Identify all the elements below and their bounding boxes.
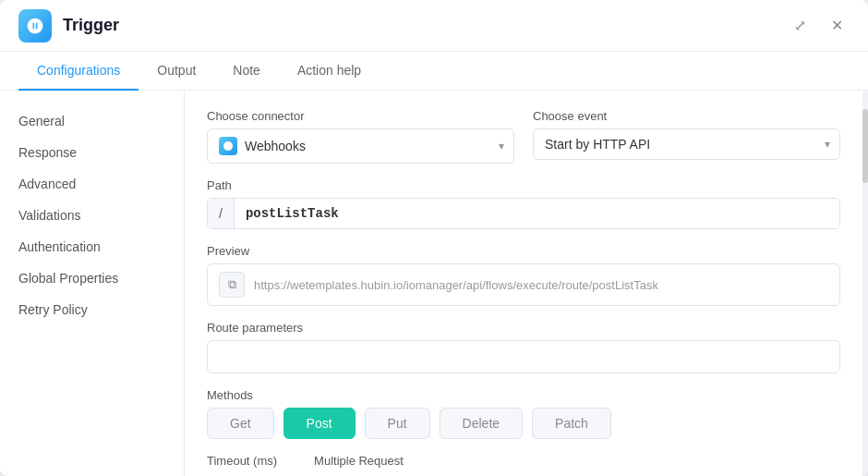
tab-output[interactable]: Output bbox=[139, 52, 214, 91]
method-delete-button[interactable]: Delete bbox=[440, 408, 523, 439]
tabs-bar: Configurations Output Note Action help bbox=[0, 52, 868, 91]
tab-action-help[interactable]: Action help bbox=[279, 52, 380, 91]
event-group: Choose event Start by HTTP API ▾ bbox=[533, 109, 840, 164]
scrollbar-thumb[interactable] bbox=[862, 109, 868, 183]
preview-url: https://wetemplates.hubin.io/iomanager/a… bbox=[254, 278, 658, 292]
bottom-row: Timeout (ms) Multiple Request bbox=[207, 454, 840, 468]
event-select[interactable]: Start by HTTP API ▾ bbox=[533, 128, 840, 160]
scrollbar[interactable] bbox=[862, 91, 868, 476]
method-patch-button[interactable]: Patch bbox=[532, 408, 611, 439]
tab-configurations[interactable]: Configurations bbox=[18, 52, 139, 91]
connector-icon bbox=[219, 137, 237, 155]
event-chevron-icon: ▾ bbox=[825, 138, 830, 151]
connector-value: Webhooks bbox=[245, 139, 306, 153]
method-post-button[interactable]: Post bbox=[283, 408, 356, 439]
connector-chevron-icon: ▾ bbox=[499, 140, 504, 153]
route-params-input[interactable] bbox=[207, 340, 840, 373]
path-group: Path / bbox=[207, 178, 840, 229]
sidebar-item-authentication[interactable]: Authentication bbox=[0, 231, 184, 262]
multiple-request-label: Multiple Request bbox=[314, 454, 404, 468]
main-content: Choose connector Webhooks ▾ Choose event… bbox=[185, 91, 862, 476]
sidebar-item-retry-policy[interactable]: Retry Policy bbox=[0, 294, 184, 325]
route-params-label: Route parameters bbox=[207, 321, 840, 335]
close-button[interactable]: ✕ bbox=[824, 13, 850, 39]
preview-group: Preview ⧉ https://wetemplates.hubin.io/i… bbox=[207, 244, 840, 306]
route-params-group: Route parameters bbox=[207, 321, 840, 373]
method-get-button[interactable]: Get bbox=[207, 408, 274, 439]
methods-label: Methods bbox=[207, 388, 840, 402]
path-label: Path bbox=[207, 178, 840, 192]
connector-label: Choose connector bbox=[207, 109, 514, 123]
connector-event-row: Choose connector Webhooks ▾ Choose event… bbox=[207, 109, 840, 164]
sidebar-item-general[interactable]: General bbox=[0, 105, 184, 137]
body: General Response Advanced Validations Au… bbox=[0, 91, 868, 476]
sidebar-item-validations[interactable]: Validations bbox=[0, 200, 184, 231]
title-actions: ⤢ ✕ bbox=[787, 13, 850, 39]
trigger-window: Trigger ⤢ ✕ Configurations Output Note A… bbox=[0, 0, 868, 476]
methods-group: Methods Get Post Put Delete Patch bbox=[207, 388, 840, 439]
timeout-label: Timeout (ms) bbox=[207, 454, 277, 468]
tab-note[interactable]: Note bbox=[214, 52, 279, 91]
copy-url-button[interactable]: ⧉ bbox=[219, 272, 245, 298]
sidebar: General Response Advanced Validations Au… bbox=[0, 91, 185, 476]
path-slash: / bbox=[208, 199, 235, 228]
event-label: Choose event bbox=[533, 109, 840, 123]
methods-row: Get Post Put Delete Patch bbox=[207, 408, 840, 439]
connector-group: Choose connector Webhooks ▾ bbox=[207, 109, 514, 164]
connector-select[interactable]: Webhooks ▾ bbox=[207, 128, 514, 164]
preview-box: ⧉ https://wetemplates.hubin.io/iomanager… bbox=[207, 263, 840, 306]
path-input-wrapper: / bbox=[207, 198, 840, 229]
title-left: Trigger bbox=[18, 9, 119, 43]
method-put-button[interactable]: Put bbox=[365, 408, 430, 439]
sidebar-item-response[interactable]: Response bbox=[0, 137, 184, 168]
sidebar-item-global-properties[interactable]: Global Properties bbox=[0, 262, 184, 294]
app-icon bbox=[18, 9, 52, 43]
window-title: Trigger bbox=[63, 16, 119, 35]
event-value: Start by HTTP API bbox=[545, 137, 650, 152]
expand-button[interactable]: ⤢ bbox=[787, 13, 813, 39]
title-bar: Trigger ⤢ ✕ bbox=[0, 0, 868, 52]
path-input[interactable] bbox=[235, 199, 839, 228]
sidebar-item-advanced[interactable]: Advanced bbox=[0, 168, 184, 200]
preview-label: Preview bbox=[207, 244, 840, 258]
copy-icon: ⧉ bbox=[228, 277, 236, 292]
